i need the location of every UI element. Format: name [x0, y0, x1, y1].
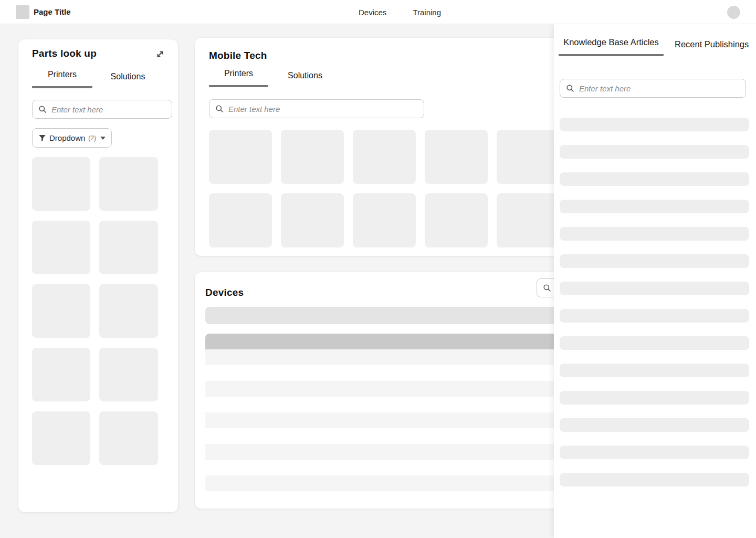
filter-icon: [38, 134, 46, 142]
mobile-search: [209, 99, 424, 118]
mobile-search-input[interactable]: [209, 99, 424, 118]
mobile-tab-solutions[interactable]: Solutions: [277, 71, 333, 87]
result-placeholder: [497, 130, 560, 184]
list-item-placeholder: [560, 418, 749, 432]
parts-lookup-panel: Parts look up Printers Solutions Dropdow…: [18, 39, 178, 512]
result-placeholder: [32, 348, 90, 401]
result-placeholder: [32, 221, 90, 274]
filter-dropdown-label: Dropdown: [49, 133, 85, 142]
result-placeholder: [353, 193, 416, 247]
list-item-placeholder: [560, 473, 749, 487]
avatar[interactable]: [727, 6, 740, 19]
kb-tab-recent-publishings[interactable]: Recent Publishings: [675, 39, 749, 56]
list-item-placeholder: [560, 309, 749, 323]
result-placeholder: [99, 157, 158, 211]
page-title: Page Title: [34, 7, 71, 16]
result-placeholder: [32, 284, 90, 338]
parts-tab-printers[interactable]: Printers: [32, 70, 92, 88]
result-placeholder: [497, 193, 560, 247]
list-item-placeholder: [560, 336, 749, 350]
parts-tab-bar: Printers Solutions: [32, 70, 164, 88]
search-icon: [215, 105, 224, 113]
logo-icon: [16, 5, 29, 19]
parts-panel-title: Parts look up: [32, 48, 97, 59]
result-placeholder: [281, 193, 344, 247]
devices-panel-title: Devices: [205, 287, 244, 298]
expand-icon[interactable]: [156, 50, 164, 60]
mobile-tab-printers[interactable]: Printers: [209, 69, 268, 87]
nav-item-training[interactable]: Training: [413, 8, 441, 17]
search-icon: [566, 84, 574, 92]
list-item-placeholder: [560, 446, 749, 459]
result-placeholder: [209, 130, 272, 184]
list-item-placeholder: [560, 200, 749, 213]
nav-item-devices[interactable]: Devices: [359, 8, 386, 17]
result-placeholder: [99, 411, 158, 465]
filter-dropdown-button[interactable]: Dropdown (2): [32, 128, 112, 148]
search-icon: [543, 284, 551, 292]
parts-tab-solutions[interactable]: Solutions: [101, 72, 155, 88]
result-placeholder: [99, 284, 158, 338]
search-icon: [38, 105, 47, 113]
result-placeholder: [209, 193, 272, 247]
kb-tab-knowledge-base-articles[interactable]: Knowledge Base Articles: [559, 37, 664, 56]
list-item-placeholder: [560, 227, 749, 241]
result-placeholder: [425, 193, 488, 247]
result-placeholder: [99, 348, 158, 401]
result-placeholder: [32, 411, 90, 465]
app-header: Page Title Devices Training: [0, 0, 756, 24]
result-placeholder: [353, 130, 416, 184]
kb-search-input[interactable]: [560, 79, 746, 98]
result-placeholder: [99, 221, 158, 274]
list-item-placeholder: [560, 172, 749, 186]
kb-article-list: [560, 118, 756, 487]
parts-search-input[interactable]: [32, 100, 172, 119]
list-item-placeholder: [560, 391, 749, 405]
result-placeholder: [281, 130, 344, 184]
result-placeholder: [32, 157, 90, 211]
kb-tab-bar: Knowledge Base Articles Recent Publishin…: [559, 37, 756, 56]
parts-search: [32, 100, 172, 119]
list-item-placeholder: [560, 364, 749, 377]
header-nav: Devices Training: [359, 0, 441, 24]
parts-results-grid: [32, 157, 164, 465]
filter-dropdown-count: (2): [88, 134, 96, 142]
list-item-placeholder: [560, 118, 749, 131]
kb-search: [560, 79, 746, 98]
list-item-placeholder: [560, 145, 749, 159]
knowledge-base-panel: Knowledge Base Articles Recent Publishin…: [554, 24, 756, 538]
caret-down-icon: [100, 137, 106, 140]
list-item-placeholder: [560, 282, 749, 295]
result-placeholder: [425, 130, 488, 184]
list-item-placeholder: [560, 254, 749, 268]
